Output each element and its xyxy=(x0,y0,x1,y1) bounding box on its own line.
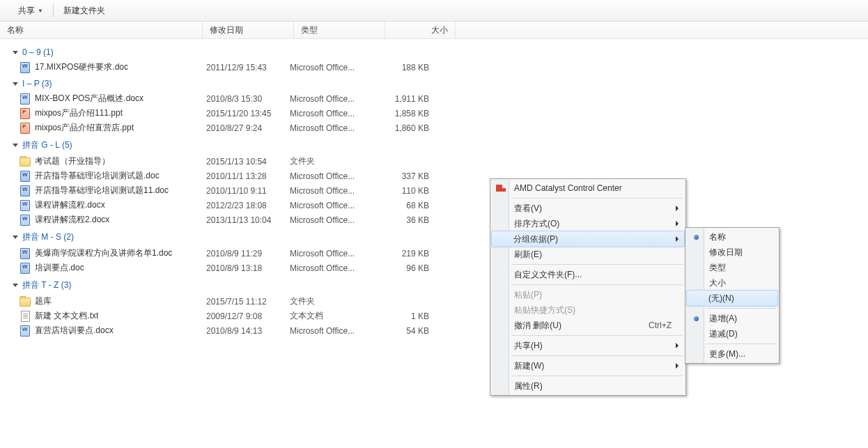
ctx-undo-delete[interactable]: 撤消 删除(U)Ctrl+Z xyxy=(492,318,684,333)
ctx-undo-shortcut: Ctrl+Z xyxy=(649,320,672,330)
file-date: 2012/2/23 18:08 xyxy=(206,201,290,210)
file-name: 直营店培训要点.docx xyxy=(35,325,206,337)
doc-icon xyxy=(20,171,31,182)
chevron-down-icon xyxy=(13,144,18,147)
file-size: 1,858 KB xyxy=(373,109,436,118)
group-label: 拼音 M - S (2) xyxy=(22,231,74,243)
amd-icon xyxy=(495,183,506,194)
ctx-properties[interactable]: 属性(R) xyxy=(492,378,684,394)
folder-icon xyxy=(20,156,31,167)
ctx-separator xyxy=(511,376,683,376)
ctx-group-by[interactable]: 分组依据(P) xyxy=(491,231,685,247)
column-header-size[interactable]: 大小 xyxy=(385,22,456,38)
chevron-down-icon xyxy=(13,51,18,54)
group-header[interactable]: I – P (3) xyxy=(0,75,868,91)
file-row[interactable]: mixpos产品介绍直营店.ppt2010/8/27 9:24Microsoft… xyxy=(0,121,868,135)
file-type: Microsoft Office... xyxy=(290,215,373,225)
toolbar-share[interactable]: 共享 ▼ xyxy=(11,0,50,21)
file-size: 110 KB xyxy=(373,186,436,196)
doc-icon xyxy=(20,185,31,196)
file-type: 文件夹 xyxy=(290,155,373,167)
file-date: 2015/7/15 11:12 xyxy=(206,297,290,307)
docx-icon xyxy=(20,93,31,105)
toolbar-share-label: 共享 xyxy=(18,5,35,17)
radio-selected-icon xyxy=(690,313,702,324)
column-header-name[interactable]: 名称 xyxy=(0,22,203,38)
group-header[interactable]: 拼音 G - L (5) xyxy=(0,135,868,154)
submenu-arrow-icon xyxy=(676,343,679,348)
column-header-date[interactable]: 修改日期 xyxy=(203,22,294,38)
ctx-sort-by[interactable]: 排序方式(O) xyxy=(492,216,684,231)
folder-icon xyxy=(20,296,31,307)
file-row[interactable]: 课程讲解流程.docx2012/2/23 18:08Microsoft Offi… xyxy=(0,198,868,213)
toolbar: 共享 ▼ 新建文件夹 xyxy=(0,0,868,22)
file-type: Microsoft Office... xyxy=(290,186,373,196)
ctx-new[interactable]: 新建(W) xyxy=(492,358,684,373)
ctx-amd-catalyst[interactable]: AMD Catalyst Control Center xyxy=(492,180,684,196)
chevron-down-icon xyxy=(13,284,18,287)
file-type: Microsoft Office... xyxy=(290,171,373,181)
ctx-separator xyxy=(706,343,776,344)
file-size: 188 KB xyxy=(373,63,436,72)
file-size: 96 KB xyxy=(373,263,436,273)
ctx-view[interactable]: 查看(V) xyxy=(492,201,684,216)
file-row[interactable]: 开店指导基础理论培训测试题11.doc2010/11/10 9:11Micros… xyxy=(0,183,868,198)
toolbar-separator xyxy=(53,4,54,17)
ctx-group-date[interactable]: 修改日期 xyxy=(687,245,777,260)
toolbar-new-folder[interactable]: 新建文件夹 xyxy=(56,0,112,21)
file-row[interactable]: 考试题（开业指导）2015/1/13 10:54文件夹 xyxy=(0,154,868,169)
file-type: Microsoft Office... xyxy=(290,109,373,118)
file-row[interactable]: 17.MIXPOS硬件要求.doc2011/12/9 15:43Microsof… xyxy=(0,60,868,75)
ctx-refresh[interactable]: 刷新(E) xyxy=(492,247,684,262)
file-name: 美爆商学院课程方向及讲师名单1.doc xyxy=(35,247,206,259)
file-size: 1,911 KB xyxy=(373,94,436,104)
doc-icon xyxy=(20,248,31,259)
ctx-paste: 粘贴(P) xyxy=(492,287,684,302)
file-name: 课程讲解流程2.docx xyxy=(35,214,206,226)
file-date: 2009/12/7 9:08 xyxy=(206,311,290,321)
ppt-icon xyxy=(20,123,31,134)
file-date: 2015/11/20 13:45 xyxy=(206,109,290,118)
ctx-group-size[interactable]: 大小 xyxy=(687,275,777,291)
context-menu-main: AMD Catalyst Control Center 查看(V) 排序方式(O… xyxy=(490,178,686,396)
chevron-down-icon: ▼ xyxy=(38,8,43,14)
txt-icon xyxy=(20,311,31,322)
column-header-type[interactable]: 类型 xyxy=(294,22,385,38)
submenu-arrow-icon xyxy=(676,363,679,369)
ctx-group-descending[interactable]: 递减(D) xyxy=(687,326,777,341)
submenu-arrow-icon xyxy=(676,206,679,211)
file-name: 新建 文本文档.txt xyxy=(35,310,206,322)
ctx-share-with[interactable]: 共享(H) xyxy=(492,338,684,353)
context-submenu-group-by: 名称 修改日期 类型 大小 (无)(N) 递增(A) 递减(D) 更多(M)..… xyxy=(685,227,780,364)
ctx-separator xyxy=(511,335,683,336)
file-row[interactable]: mixpos产品介绍111.ppt2015/11/20 13:45Microso… xyxy=(0,106,868,121)
ctx-separator xyxy=(511,355,683,356)
ctx-group-ascending[interactable]: 递增(A) xyxy=(687,311,777,326)
ctx-group-more[interactable]: 更多(M)... xyxy=(687,346,777,362)
file-row[interactable]: 开店指导基础理论培训测试题.doc2010/11/1 13:28Microsof… xyxy=(0,169,868,183)
ctx-group-none[interactable]: (无)(N) xyxy=(686,290,778,307)
ctx-group-name[interactable]: 名称 xyxy=(687,229,777,245)
toolbar-new-folder-label: 新建文件夹 xyxy=(63,5,105,17)
file-type: Microsoft Office... xyxy=(290,201,373,210)
column-headers: 名称 修改日期 类型 大小 xyxy=(0,22,868,39)
ctx-separator xyxy=(706,308,776,309)
file-name: 开店指导基础理论培训测试题.doc xyxy=(35,170,206,182)
ppt-icon xyxy=(20,108,31,119)
ctx-group-type[interactable]: 类型 xyxy=(687,260,777,275)
file-date: 2015/1/13 10:54 xyxy=(206,157,290,167)
doc-icon xyxy=(20,62,31,73)
file-row[interactable]: 课程讲解流程2.docx2013/11/13 10:04Microsoft Of… xyxy=(0,213,868,227)
group-label: 0 – 9 (1) xyxy=(22,47,54,57)
file-date: 2010/8/9 13:18 xyxy=(206,263,290,273)
group-header[interactable]: 0 – 9 (1) xyxy=(0,43,868,60)
file-row[interactable]: MIX-BOX POS产品概述.docx2010/8/3 15:30Micros… xyxy=(0,91,868,106)
ctx-separator xyxy=(511,198,683,199)
group-label: 拼音 G - L (5) xyxy=(22,139,72,151)
file-name: 考试题（开业指导） xyxy=(35,155,206,167)
file-size: 337 KB xyxy=(373,171,436,181)
file-name: mixpos产品介绍直营店.ppt xyxy=(35,122,206,134)
ctx-paste-shortcut: 粘贴快捷方式(S) xyxy=(492,302,684,318)
ctx-separator xyxy=(511,264,683,265)
ctx-customize-folder[interactable]: 自定义文件夹(F)... xyxy=(492,267,684,282)
